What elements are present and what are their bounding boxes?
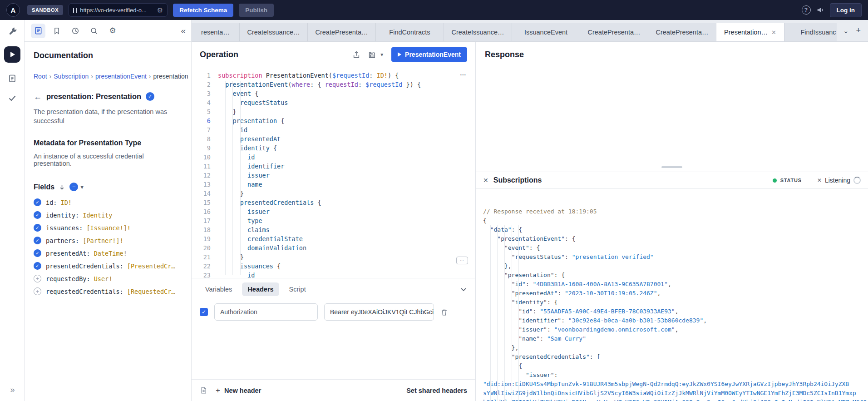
- operation-tab[interactable]: CreatePresenta…: [308, 23, 376, 41]
- collections-icon[interactable]: [8, 74, 17, 83]
- breadcrumb-item[interactable]: Root: [34, 73, 47, 80]
- script-page-icon[interactable]: [200, 386, 207, 394]
- endpoint-settings-icon[interactable]: ⚙: [157, 7, 163, 14]
- publish-button[interactable]: Publish: [239, 4, 274, 17]
- operation-tab[interactable]: IssuanceEvent: [512, 23, 580, 41]
- pause-icon[interactable]: [73, 8, 77, 13]
- operation-tab[interactable]: CreateIssuance…: [444, 23, 512, 41]
- search-icon[interactable]: [87, 24, 101, 38]
- token: presentedAt: [240, 135, 281, 143]
- operation-tab[interactable]: CreatePresenta…: [648, 23, 716, 41]
- header-enabled-checkbox[interactable]: ✓: [200, 308, 208, 316]
- field-row[interactable]: +requestedBy: User!: [34, 275, 182, 282]
- tab-list-chevron-icon[interactable]: ⌄: [843, 27, 849, 35]
- collapse-io-icon[interactable]: [460, 286, 467, 293]
- field-row[interactable]: ✓issuances: [Issuance!]!: [34, 224, 182, 232]
- field-add-icon[interactable]: +: [34, 287, 41, 295]
- field-row[interactable]: ✓partners: [Partner!]!: [34, 237, 182, 244]
- new-tab-icon[interactable]: +: [856, 26, 861, 35]
- field-selected-badge-icon[interactable]: ✓: [146, 92, 154, 101]
- endpoint-input[interactable]: https://vo-dev-verified-o... ⚙: [69, 3, 168, 17]
- save-options-chevron-icon[interactable]: ▼: [380, 52, 384, 57]
- field-add-icon[interactable]: +: [34, 275, 41, 282]
- token: }: [218, 108, 237, 115]
- bookmark-icon[interactable]: [49, 24, 64, 38]
- listening-control[interactable]: ✕ Listening: [817, 177, 861, 184]
- field-row[interactable]: +requestedCredentials: [RequestedCr…: [34, 287, 182, 295]
- operation-tab[interactable]: Presentation…✕: [716, 23, 784, 41]
- export-operation-icon[interactable]: [352, 50, 360, 59]
- set-shared-headers-button[interactable]: Set shared headers: [406, 387, 467, 394]
- breadcrumb: Root›Subscription›presentationEvent›pres…: [34, 71, 182, 81]
- operation-tab[interactable]: FindContracts: [376, 23, 444, 41]
- token: "name": [518, 335, 540, 342]
- code-text: domainValidation: [218, 243, 306, 252]
- history-icon[interactable]: [68, 24, 83, 38]
- sort-fields-icon[interactable]: [59, 184, 65, 190]
- announcement-icon[interactable]: [816, 6, 824, 14]
- token: [483, 308, 518, 315]
- filter-chevron-icon[interactable]: ▼: [79, 184, 84, 190]
- line-number: 2: [192, 80, 218, 89]
- refetch-schema-button[interactable]: Refetch Schema: [173, 4, 233, 17]
- operation-tab[interactable]: CreatePresenta…: [580, 23, 648, 41]
- line-number: 17: [192, 216, 218, 225]
- token: :: [554, 371, 558, 378]
- io-tab-script[interactable]: Script: [284, 282, 311, 296]
- io-tab-headers[interactable]: Headers: [242, 282, 279, 296]
- new-header-button[interactable]: + New header: [216, 386, 261, 395]
- field-row[interactable]: ✓id: ID!: [34, 198, 182, 206]
- subscriptions-status: STATUS ✕ Listening: [773, 177, 861, 184]
- tools-icon[interactable]: [8, 26, 17, 35]
- minus-circle-icon[interactable]: −: [69, 183, 78, 191]
- field-selected-icon[interactable]: ✓: [34, 237, 41, 244]
- editor-menu-icon[interactable]: ⋯: [460, 71, 467, 78]
- field-row[interactable]: ✓presentedCredentials: [PresentedCr…: [34, 262, 182, 270]
- back-arrow-icon[interactable]: ←: [34, 93, 42, 101]
- breadcrumb-item[interactable]: presentationEvent: [95, 73, 147, 80]
- settings-gear-icon[interactable]: ⚙: [105, 24, 120, 38]
- deselect-all-fields-control[interactable]: − ▼: [69, 183, 84, 191]
- tab-close-icon[interactable]: ✕: [771, 29, 776, 36]
- delete-header-icon[interactable]: [440, 308, 448, 316]
- field-selected-icon[interactable]: ✓: [34, 211, 41, 219]
- operation-editor[interactable]: ⋯ ⋯ 1subscription PresentationEvent($req…: [192, 67, 475, 278]
- explorer-icon[interactable]: [4, 46, 20, 63]
- apollo-logo[interactable]: A: [6, 3, 20, 17]
- save-operation-icon[interactable]: [368, 50, 376, 59]
- operation-tab[interactable]: CreateIssuance…: [240, 23, 308, 41]
- help-icon[interactable]: ?: [802, 5, 811, 15]
- field-selected-icon[interactable]: ✓: [34, 249, 41, 257]
- field-selected-icon[interactable]: ✓: [34, 198, 41, 206]
- run-operation-button[interactable]: PresentationEvent: [391, 47, 467, 62]
- tabstrip-controls: ⌄ +: [837, 20, 868, 41]
- documentation-icon[interactable]: [31, 24, 45, 38]
- response-body[interactable]: // Response received at 18:19:05{ "data"…: [476, 189, 868, 401]
- header-key-input[interactable]: Authorization: [214, 303, 318, 321]
- stop-listening-icon[interactable]: ✕: [817, 177, 822, 183]
- io-tab-variables[interactable]: Variables: [200, 282, 237, 296]
- breadcrumb-separator: ›: [47, 73, 54, 80]
- header-value-input[interactable]: Bearer eyJ0eXAiOiJKV1QiLCJhbGci: [324, 303, 434, 321]
- breadcrumb-item[interactable]: Subscription: [54, 73, 89, 80]
- field-selected-icon[interactable]: ✓: [34, 224, 41, 232]
- field-row[interactable]: ✓presentedAt: DateTime!: [34, 249, 182, 257]
- token: :: [369, 72, 376, 79]
- operation-tab[interactable]: resenta…: [192, 23, 240, 41]
- keyboard-shortcuts-icon[interactable]: ⋯: [456, 257, 468, 264]
- checks-icon[interactable]: [8, 94, 17, 103]
- token: },: [483, 344, 518, 351]
- field-type: [Partner!]!: [83, 237, 123, 244]
- close-subscriptions-icon[interactable]: ✕: [483, 177, 488, 184]
- resize-handle[interactable]: [661, 166, 682, 168]
- login-button[interactable]: Log in: [830, 3, 862, 17]
- field-row[interactable]: ✓identity: Identity: [34, 211, 182, 219]
- main-area: ⚙ « resenta…CreateIssuance…CreatePresent…: [25, 20, 868, 401]
- expand-rail-icon[interactable]: »: [10, 385, 14, 395]
- token: where: [292, 81, 311, 88]
- tab-strip: resenta…CreateIssuance…CreatePresenta…Fi…: [192, 20, 868, 42]
- token: requestId: [325, 81, 358, 88]
- collapse-panel-icon[interactable]: «: [181, 26, 185, 36]
- field-selected-icon[interactable]: ✓: [34, 262, 41, 270]
- line-number: 19: [192, 234, 218, 243]
